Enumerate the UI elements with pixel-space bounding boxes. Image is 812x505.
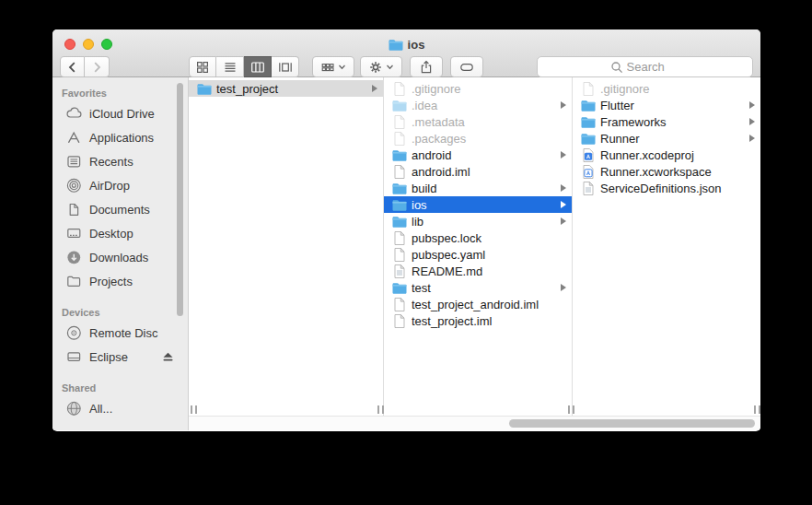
file-name: Runner.xcworkspace <box>600 165 755 179</box>
file-row-ios[interactable]: ios <box>384 196 572 213</box>
xcworkspace-icon <box>580 164 596 179</box>
window-content: FavoritesiCloud DriveApplicationsRecents… <box>52 77 760 430</box>
file-row-gitignore[interactable]: .gitignore <box>573 80 760 97</box>
file-row-runner-xcodeproj[interactable]: Runner.xcodeproj <box>573 147 760 163</box>
sidebar-item-label: Remote Disc <box>89 326 157 340</box>
view-mode-control <box>189 56 299 77</box>
disclosure-arrow-icon <box>749 135 755 142</box>
disc-icon <box>65 324 83 342</box>
disclosure-arrow-icon <box>561 101 566 109</box>
file-lines-icon <box>391 264 407 278</box>
share-button[interactable] <box>410 56 443 77</box>
column-resize-handle[interactable] <box>377 405 384 414</box>
disclosure-arrow-icon <box>561 151 566 159</box>
tag-icon <box>459 60 474 75</box>
file-row-test-project-android-iml[interactable]: test_project_android.iml <box>384 296 572 312</box>
sidebar-item-airdrop[interactable]: AirDrop <box>52 173 188 197</box>
documents-icon <box>65 201 83 218</box>
column-resize-handle[interactable] <box>191 405 197 414</box>
finder-window: ios <box>52 29 760 431</box>
chevron-down-icon <box>386 63 394 71</box>
downloads-icon <box>65 249 83 266</box>
action-menu-button[interactable] <box>360 56 402 77</box>
disclosure-arrow-icon <box>561 284 566 291</box>
sidebar-item-projects[interactable]: Projects <box>52 269 188 293</box>
file-row-runner[interactable]: Runner <box>573 130 760 147</box>
list-view-button[interactable] <box>216 56 244 77</box>
file-name: lib <box>412 215 556 229</box>
file-name: pubspec.yaml <box>412 248 566 262</box>
file-row-packages[interactable]: .packages <box>384 130 572 147</box>
file-row-runner-xcworkspace[interactable]: Runner.xcworkspace <box>573 163 760 180</box>
list-icon <box>223 60 238 75</box>
sidebar-item-icloud-drive[interactable]: iCloud Drive <box>52 101 188 125</box>
file-name: build <box>412 182 556 195</box>
file-row-lib[interactable]: lib <box>384 213 572 229</box>
sidebar-item-label: Recents <box>89 155 133 169</box>
file-name: .idea <box>412 99 556 112</box>
sidebar-item-documents[interactable]: Documents <box>52 197 188 221</box>
forward-button[interactable] <box>85 56 110 77</box>
sidebar-section-header-favorites: Favorites <box>52 85 188 101</box>
horizontal-scrollbar[interactable] <box>189 416 760 430</box>
file-name: .gitignore <box>600 82 755 96</box>
eject-icon[interactable] <box>159 348 177 366</box>
file-icon <box>391 247 407 262</box>
sidebar-scrollbar-thumb[interactable] <box>177 83 183 316</box>
column-view-button[interactable] <box>244 56 272 77</box>
file-row-build[interactable]: build <box>384 180 572 196</box>
chevron-right-icon <box>89 60 104 75</box>
folder-icon <box>580 114 596 129</box>
file-icon <box>391 164 407 179</box>
column-resize-handle[interactable] <box>568 405 574 414</box>
horizontal-scrollbar-thumb[interactable] <box>509 419 755 428</box>
file-row-test[interactable]: test <box>384 279 572 296</box>
file-name: Runner.xcodeproj <box>600 148 755 162</box>
file-row-idea[interactable]: .idea <box>384 97 572 113</box>
file-row-android[interactable]: android <box>384 147 572 163</box>
file-row-gitignore[interactable]: .gitignore <box>384 80 572 97</box>
file-row-metadata[interactable]: .metadata <box>384 113 572 130</box>
sidebar: FavoritesiCloud DriveApplicationsRecents… <box>52 77 189 430</box>
tag-button[interactable] <box>450 56 483 77</box>
back-button[interactable] <box>60 56 85 77</box>
search-field[interactable] <box>537 56 753 77</box>
minimize-button[interactable] <box>83 39 94 50</box>
file-row-readme-md[interactable]: README.md <box>384 263 572 279</box>
search-input[interactable] <box>627 60 680 74</box>
gallery-icon <box>278 60 293 75</box>
sidebar-item-eclipse[interactable]: Eclipse <box>52 345 188 369</box>
sidebar-item-all[interactable]: All... <box>52 396 188 420</box>
folder-icon <box>391 98 407 112</box>
icon-view-button[interactable] <box>189 56 216 77</box>
column-resize-handle[interactable] <box>754 405 760 414</box>
sidebar-item-label: Eclipse <box>89 350 128 364</box>
sidebar-item-downloads[interactable]: Downloads <box>52 245 188 269</box>
file-name: test_project.iml <box>412 314 566 328</box>
close-button[interactable] <box>64 39 75 50</box>
sidebar-item-label: Desktop <box>89 227 133 241</box>
gallery-view-button[interactable] <box>272 56 299 77</box>
cloud-icon <box>65 105 83 123</box>
folder-icon <box>580 131 596 146</box>
file-row-servicedefinitions-json[interactable]: ServiceDefinitions.json <box>573 180 760 196</box>
group-button[interactable] <box>312 56 354 77</box>
file-row-pubspec-lock[interactable]: pubspec.lock <box>384 229 572 246</box>
sidebar-item-label: Applications <box>89 131 154 145</box>
sidebar-item-applications[interactable]: Applications <box>52 125 188 149</box>
disclosure-arrow-icon <box>561 217 566 225</box>
sidebar-item-desktop[interactable]: Desktop <box>52 221 188 245</box>
sidebar-item-label: Downloads <box>89 251 148 264</box>
file-name: test_project_android.iml <box>412 298 566 311</box>
file-row-frameworks[interactable]: Frameworks <box>573 113 760 130</box>
zoom-button[interactable] <box>101 39 112 50</box>
file-row-test-project[interactable]: test_project <box>189 80 383 97</box>
file-row-flutter[interactable]: Flutter <box>573 97 760 113</box>
file-row-pubspec-yaml[interactable]: pubspec.yaml <box>384 246 572 263</box>
sidebar-item-remote-disc[interactable]: Remote Disc <box>52 321 188 345</box>
file-row-test-project-iml[interactable]: test_project.iml <box>384 312 572 329</box>
gear-icon <box>368 60 383 75</box>
file-row-android-iml[interactable]: android.iml <box>384 163 572 180</box>
file-icon <box>580 81 596 96</box>
sidebar-item-recents[interactable]: Recents <box>52 149 188 173</box>
